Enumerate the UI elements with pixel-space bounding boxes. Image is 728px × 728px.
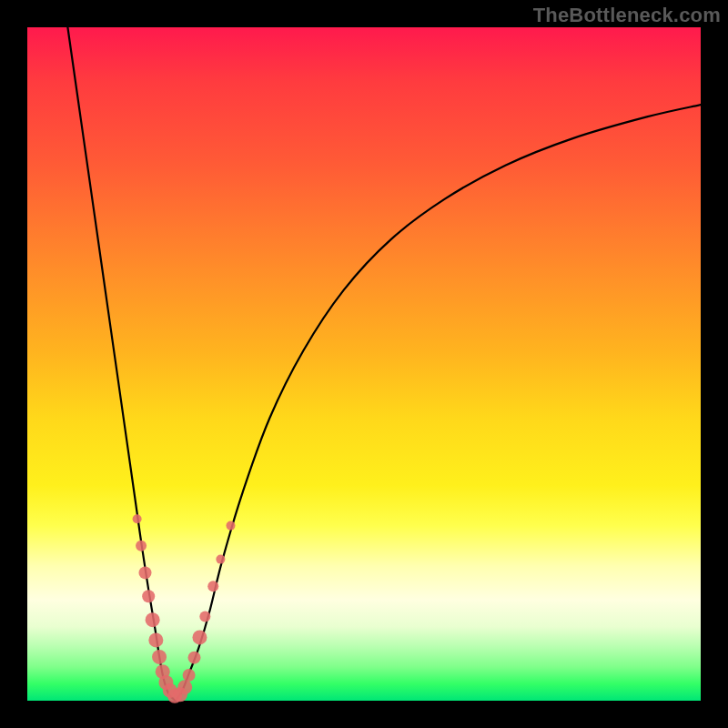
highlight-dot	[133, 514, 142, 523]
highlight-dot	[177, 680, 192, 694]
highlight-dot	[148, 632, 163, 647]
highlight-dots-group	[133, 514, 236, 703]
watermark-text: TheBottleneck.com	[533, 4, 721, 27]
highlight-dot	[139, 566, 152, 579]
highlight-dot	[226, 521, 235, 531]
highlight-dot	[207, 581, 218, 592]
highlight-dot	[136, 541, 147, 551]
highlight-dot	[146, 612, 160, 627]
chart-svg	[27, 27, 701, 701]
curve-right-branch	[176, 105, 701, 701]
highlight-dot	[183, 669, 196, 682]
curve-left-branch	[67, 27, 175, 701]
plot-area	[27, 27, 701, 701]
highlight-dot	[216, 555, 225, 564]
highlight-dot	[192, 630, 207, 644]
chart-frame: TheBottleneck.com	[0, 0, 728, 728]
highlight-dot	[199, 612, 210, 622]
highlight-dot	[142, 590, 155, 602]
highlight-dot	[188, 652, 201, 664]
highlight-dot	[152, 650, 167, 664]
